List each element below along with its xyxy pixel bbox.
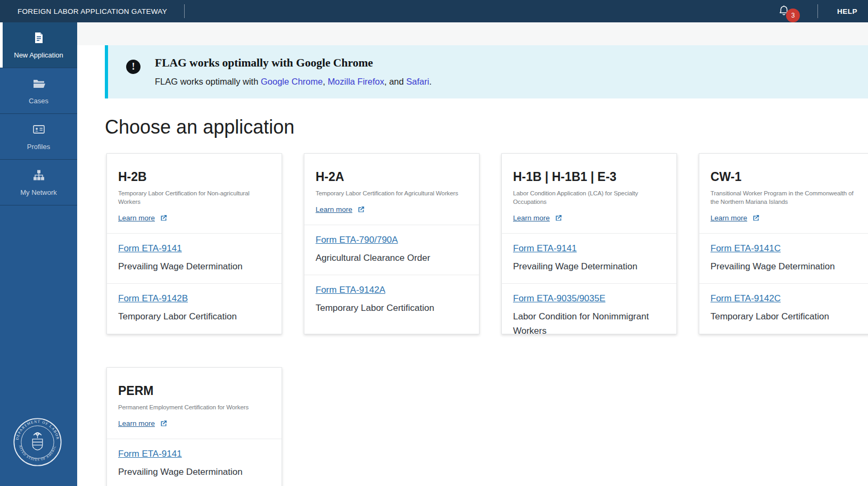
form-entry: Form ETA-9141 Prevailing Wage Determinat… (107, 233, 282, 283)
form-description: Agricultural Clearance Order (316, 251, 468, 265)
browser-link[interactable]: Mozilla Firefox (328, 77, 384, 86)
form-link[interactable]: Form ETA-9141 (513, 243, 577, 253)
form-description: Temporary Labor Certification (118, 309, 270, 324)
external-link-icon (752, 214, 760, 222)
browser-link[interactable]: Google Chrome (261, 77, 323, 86)
alert-body-text: , (323, 77, 327, 86)
sidebar: New ApplicationCasesProfilesMy Network D… (0, 22, 77, 486)
card-description: Permanent Employment Certification for W… (118, 403, 270, 411)
form-link[interactable]: Form ETA-9141C (710, 243, 781, 253)
card-title: H-2A (316, 170, 468, 184)
form-description: Temporary Labor Certification (710, 309, 863, 324)
form-link[interactable]: Form ETA-9141 (118, 449, 182, 459)
learn-more-link[interactable]: Learn more (513, 214, 563, 222)
sidebar-item-new-application[interactable]: New Application (0, 22, 77, 68)
application-cards-row-2: PERM Permanent Employment Certification … (106, 367, 868, 486)
browser-alert: ! FLAG works optimally with Google Chrom… (105, 45, 868, 98)
card-title: PERM (118, 384, 270, 398)
form-entry: Form ETA-790/790A Agricultural Clearance… (304, 225, 479, 275)
form-entry: Form ETA-9141 Prevailing Wage Determinat… (107, 439, 282, 486)
app-title[interactable]: FOREIGN LABOR APPLICATION GATEWAY (18, 7, 167, 15)
application-card: H-2B Temporary Labor Certification for N… (106, 153, 282, 334)
learn-more-label: Learn more (513, 214, 550, 222)
form-link[interactable]: Form ETA-9142C (710, 293, 781, 303)
application-cards-row-1: H-2B Temporary Labor Certification for N… (106, 153, 868, 334)
learn-more-label: Learn more (118, 214, 155, 222)
form-entry: Form ETA-9142A Temporary Labor Certifica… (304, 275, 479, 334)
dol-seal: DEPARTMENT OF LABOR UNITED STATES OF AME… (13, 417, 62, 467)
card-description: Temporary Labor Certification for Agricu… (316, 189, 468, 197)
form-entry: Form ETA-9035/9035E Labor Condition for … (502, 283, 676, 334)
learn-more-label: Learn more (316, 205, 352, 213)
notification-badge: 3 (786, 9, 800, 22)
main-content: ! FLAG works optimally with Google Chrom… (77, 22, 868, 486)
folder-icon (32, 77, 45, 92)
browser-link[interactable]: Safari (406, 77, 429, 86)
external-link-icon (160, 214, 168, 222)
top-bar: FOREIGN LABOR APPLICATION GATEWAY 3 HELP (0, 0, 868, 22)
form-link[interactable]: Form ETA-9142A (316, 285, 385, 295)
form-entry: Form ETA-9142C Temporary Labor Certifica… (699, 283, 868, 334)
form-link[interactable]: Form ETA-790/790A (316, 235, 398, 245)
sidebar-item-label: New Application (14, 51, 63, 59)
sidebar-item-label: Profiles (27, 143, 50, 151)
learn-more-label: Learn more (118, 419, 155, 427)
learn-more-label: Learn more (710, 214, 747, 222)
form-description: Prevailing Wage Determination (513, 259, 665, 274)
sidebar-item-my-network[interactable]: My Network (0, 160, 77, 205)
form-description: Temporary Labor Certification (316, 301, 468, 315)
form-entry: Form ETA-9141C Prevailing Wage Determina… (699, 233, 868, 283)
form-link[interactable]: Form ETA-9035/9035E (513, 293, 606, 303)
application-card: H-2A Temporary Labor Certification for A… (304, 153, 480, 334)
form-description: Prevailing Wage Determination (118, 259, 270, 274)
learn-more-link[interactable]: Learn more (316, 205, 365, 213)
content-top-strip (77, 22, 868, 45)
sidebar-item-label: Cases (29, 97, 48, 105)
alert-body-text: FLAG works optimally with (155, 77, 261, 86)
external-link-icon (555, 214, 563, 222)
eagle-emblem (32, 433, 43, 450)
learn-more-link[interactable]: Learn more (118, 419, 168, 427)
form-link[interactable]: Form ETA-9141 (118, 243, 182, 253)
form-description: Prevailing Wage Determination (118, 465, 270, 479)
application-card: CW-1 Transitional Worker Program in the … (699, 153, 868, 334)
learn-more-link[interactable]: Learn more (118, 214, 168, 222)
sidebar-item-profiles[interactable]: Profiles (0, 114, 77, 160)
form-entry: Form ETA-9141 Prevailing Wage Determinat… (502, 233, 676, 283)
sidebar-item-label: My Network (20, 188, 57, 196)
sidebar-item-cases[interactable]: Cases (0, 68, 77, 114)
form-description: Prevailing Wage Determination (710, 259, 863, 274)
card-title: H-2B (118, 170, 270, 184)
network-icon (32, 169, 45, 184)
external-link-icon (357, 205, 365, 213)
help-link[interactable]: HELP (837, 7, 857, 15)
notifications-button[interactable]: 3 (778, 5, 791, 18)
form-description: Labor Condition for Nonimmigrant Workers (513, 309, 665, 334)
page-title: Choose an application (105, 116, 868, 138)
external-link-icon (160, 419, 168, 427)
alert-body-text: . (429, 77, 432, 86)
card-title: CW-1 (710, 170, 863, 184)
topbar-divider (817, 4, 818, 18)
exclamation-icon: ! (126, 60, 140, 74)
learn-more-link[interactable]: Learn more (710, 214, 760, 222)
form-entry: Form ETA-9142B Temporary Labor Certifica… (107, 283, 282, 334)
sidebar-nav: New ApplicationCasesProfilesMy Network (0, 22, 77, 205)
card-title: H-1B | H-1B1 | E-3 (513, 170, 665, 184)
application-card: PERM Permanent Employment Certification … (106, 367, 282, 486)
card-description: Transitional Worker Program in the Commo… (710, 189, 863, 206)
alert-body: FLAG works optimally with Google Chrome,… (155, 77, 432, 87)
card-description: Temporary Labor Certification for Non-ag… (118, 189, 270, 206)
alert-body-text: , and (384, 77, 406, 86)
application-card: H-1B | H-1B1 | E-3 Labor Condition Appli… (501, 153, 677, 334)
card-description: Labor Condition Application (LCA) for Sp… (513, 189, 665, 206)
form-link[interactable]: Form ETA-9142B (118, 293, 188, 303)
document-icon (32, 31, 45, 46)
id-card-icon (32, 123, 45, 138)
topbar-divider (184, 4, 185, 18)
alert-title: FLAG works optimally with Google Chrome (155, 56, 432, 70)
